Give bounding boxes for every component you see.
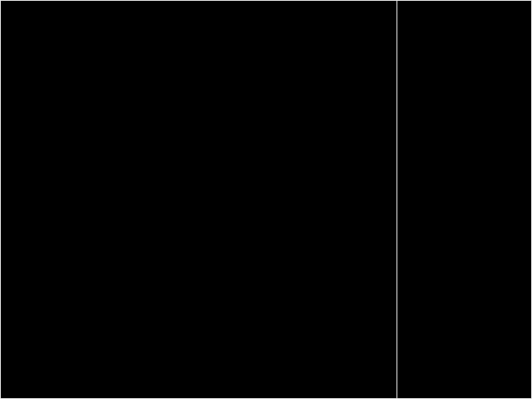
panel-divider — [397, 0, 397, 399]
info-panel — [397, 2, 530, 27]
astrolog-window — [0, 0, 532, 399]
chart-wheel — [0, 0, 397, 399]
